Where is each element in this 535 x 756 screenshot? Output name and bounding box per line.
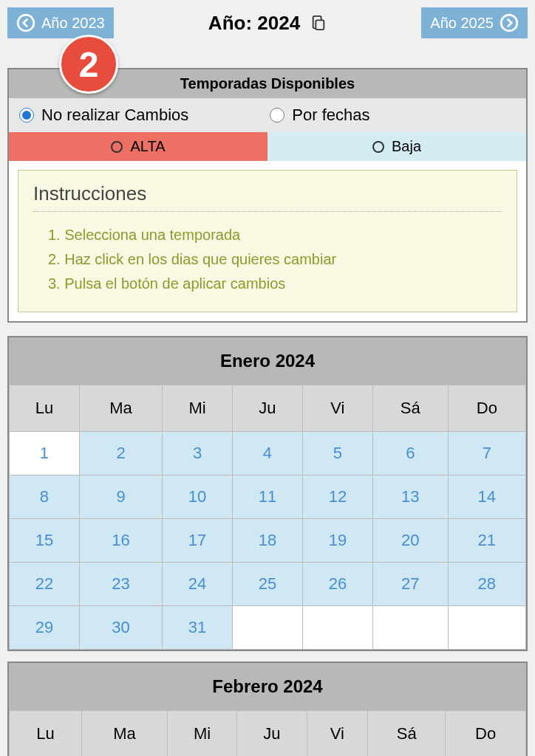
day-header: Ju [233, 385, 303, 432]
season-alta-label: ALTA [130, 138, 165, 155]
step-badge: 2 [59, 35, 118, 94]
day-cell[interactable]: 10 [163, 475, 233, 519]
season-row: ALTA Baja [9, 132, 526, 161]
radio-no-changes[interactable]: No realizar Cambios [19, 106, 188, 125]
svg-rect-1 [316, 20, 324, 30]
day-cell[interactable]: 29 [10, 606, 80, 650]
day-cell[interactable]: 15 [10, 519, 80, 563]
day-header: Do [448, 385, 525, 432]
day-cell[interactable]: 6 [372, 432, 448, 475]
day-header: Ma [79, 385, 162, 432]
empty-cell [233, 606, 303, 650]
day-header: Lu [10, 711, 82, 757]
copy-icon[interactable] [310, 15, 327, 31]
day-header: Do [446, 711, 526, 757]
day-cell[interactable]: 25 [233, 563, 303, 606]
radio-no-changes-label: No realizar Cambios [41, 106, 188, 125]
day-cell[interactable]: 1 [10, 432, 80, 475]
season-alta[interactable]: ALTA [9, 132, 268, 161]
day-cell[interactable]: 22 [10, 563, 80, 606]
calendar-february: Febrero 2024 Lu Ma Mi Ju Vi Sá Do [7, 662, 528, 756]
day-cell[interactable]: 8 [10, 475, 80, 519]
instructions-title: Instrucciones [33, 182, 502, 212]
day-cell[interactable]: 3 [163, 432, 233, 475]
calendar-title: Febrero 2024 [9, 663, 526, 710]
day-cell[interactable]: 4 [233, 432, 303, 475]
chevron-left-icon [16, 13, 35, 32]
radio-circle-icon [372, 141, 384, 153]
day-cell[interactable]: 9 [79, 475, 162, 519]
day-cell[interactable]: 11 [233, 475, 303, 519]
day-header: Ma [82, 711, 168, 757]
day-cell[interactable]: 27 [372, 563, 448, 606]
badge-wrap: 2 Temporadas Disponibles No realizar Cam… [7, 68, 528, 323]
day-cell[interactable]: 24 [163, 563, 233, 606]
prev-year-button[interactable]: Año 2023 [7, 7, 114, 38]
season-baja[interactable]: Baja [268, 132, 526, 161]
day-header: Mi [163, 385, 233, 432]
svg-point-2 [501, 15, 517, 31]
day-cell[interactable]: 17 [163, 519, 233, 563]
day-cell[interactable]: 30 [79, 606, 162, 650]
instruction-item: 3. Pulsa el botón de aplicar cambios [48, 275, 502, 292]
current-year-label: Año: 2024 [208, 12, 300, 35]
mode-radio-row: No realizar Cambios Por fechas [9, 98, 526, 132]
instruction-item: 1. Selecciona una temporada [48, 227, 502, 244]
calendar-title: Enero 2024 [9, 337, 526, 385]
day-header: Lu [10, 385, 80, 432]
day-cell[interactable]: 19 [302, 519, 372, 563]
day-cell[interactable]: 5 [302, 432, 372, 475]
day-cell[interactable]: 26 [302, 563, 372, 606]
svg-point-0 [18, 15, 34, 31]
day-header: Ju [237, 711, 307, 757]
day-cell[interactable]: 13 [372, 475, 448, 519]
year-navigation: Año 2023 Año: 2024 Año 2025 [7, 7, 528, 38]
day-cell[interactable]: 12 [302, 475, 372, 519]
day-cell[interactable]: 16 [79, 519, 162, 563]
day-cell[interactable]: 21 [448, 519, 525, 563]
radio-by-dates[interactable]: Por fechas [270, 106, 369, 125]
seasons-panel: Temporadas Disponibles No realizar Cambi… [7, 68, 528, 323]
season-baja-label: Baja [392, 138, 421, 155]
day-cell[interactable]: 2 [79, 432, 162, 475]
current-year: Año: 2024 [208, 12, 327, 35]
calendar-table: Lu Ma Mi Ju Vi Sá Do [9, 710, 526, 756]
day-header: Vi [307, 711, 367, 757]
radio-no-changes-input[interactable] [19, 108, 34, 123]
radio-by-dates-label: Por fechas [292, 106, 369, 125]
radio-circle-icon [111, 141, 123, 153]
day-header: Sá [368, 711, 446, 757]
day-cell[interactable]: 31 [163, 606, 233, 650]
day-cell[interactable]: 18 [233, 519, 303, 563]
day-header: Sá [372, 385, 448, 432]
empty-cell [302, 606, 372, 650]
calendar-table: Lu Ma Mi Ju Vi Sá Do 1 2 3 4 5 6 7 8 9 1… [9, 385, 526, 650]
calendar-january: Enero 2024 Lu Ma Mi Ju Vi Sá Do 1 2 3 4 … [7, 336, 528, 651]
day-cell[interactable]: 28 [448, 563, 525, 606]
chevron-right-icon [500, 13, 519, 32]
next-year-button[interactable]: Año 2025 [421, 7, 528, 38]
instruction-item: 2. Haz click en los dias que quieres cam… [48, 251, 502, 268]
prev-year-label: Año 2023 [41, 15, 105, 32]
radio-by-dates-input[interactable] [270, 108, 284, 123]
instructions-box: Instrucciones 1. Selecciona una temporad… [18, 170, 517, 312]
day-header: Vi [302, 385, 372, 432]
day-header: Mi [167, 711, 236, 757]
day-cell[interactable]: 7 [448, 432, 525, 475]
instructions-list: 1. Selecciona una temporada 2. Haz click… [33, 227, 502, 292]
day-cell[interactable]: 14 [448, 475, 525, 519]
empty-cell [372, 606, 448, 650]
empty-cell [448, 606, 525, 650]
day-cell[interactable]: 23 [79, 563, 162, 606]
next-year-label: Año 2025 [430, 15, 494, 32]
day-cell[interactable]: 20 [372, 519, 448, 563]
